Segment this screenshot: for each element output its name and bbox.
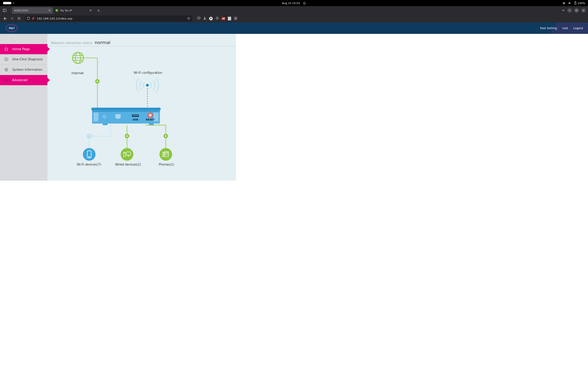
url-bar[interactable]: 192.168.100.1/index.asp [25, 16, 192, 22]
svg-text:RESET: RESET [146, 118, 155, 121]
sidebar-toggle-icon[interactable] [2, 8, 8, 13]
bookmark-star-icon[interactable] [187, 17, 190, 21]
volume-icon[interactable] [568, 2, 571, 4]
phones-icon[interactable] [159, 148, 172, 161]
svg-point-11 [6, 80, 7, 81]
svg-point-29 [89, 156, 90, 157]
sidebar: Home Page One-Click Diagnosis System Inf… [0, 34, 47, 181]
sidebar-item-label: Advanced [12, 78, 27, 82]
wifi-devices-label[interactable]: Wi-Fi devices(7) [77, 163, 101, 166]
battery-text: 100% [578, 2, 585, 5]
reload-button[interactable] [16, 16, 22, 22]
svg-rect-2 [3, 9, 6, 12]
page-icon[interactable] [228, 17, 231, 20]
main-panel: Network connection status: normal [47, 34, 236, 181]
insecure-lock-icon[interactable] [32, 17, 35, 20]
pocket-icon[interactable] [197, 17, 200, 21]
connection-dot-icon [164, 134, 168, 138]
new-tab-button[interactable]: ＋ [96, 8, 102, 13]
ublock-icon[interactable]: uO [222, 17, 225, 20]
tab-overflow-chevron-icon[interactable] [562, 9, 565, 12]
page-right-gutter [236, 34, 588, 181]
sidebar-item-home[interactable]: Home Page [0, 44, 47, 54]
status-bar: Network connection status: normal [47, 40, 236, 47]
gear-icon [4, 78, 9, 82]
system-topbar: Aug 15 15:53 100% [0, 0, 588, 6]
brand-logo: my.t [5, 23, 21, 33]
url-text: 192.168.100.1/index.asp [37, 17, 185, 20]
link-user[interactable]: root [562, 26, 568, 30]
tab-hg8145v5[interactable]: HG8145V5 [12, 7, 53, 14]
diagnosis-icon [4, 57, 9, 62]
wired-devices-label[interactable]: Wired devices(2) [115, 163, 141, 166]
sidebar-item-label: One-Click Diagnosis [12, 58, 43, 61]
svg-text:USB: USB [132, 118, 138, 121]
wifi-devices-icon[interactable] [83, 148, 95, 161]
sidebar-item-sysinfo[interactable]: System Information [0, 65, 47, 75]
forward-button[interactable] [9, 16, 15, 22]
sidebar-item-label: System Information [12, 68, 43, 72]
minimize-button[interactable] [567, 8, 572, 13]
menu-hamburger-icon[interactable] [234, 17, 237, 21]
connection-dot-icon [125, 134, 129, 138]
svg-point-14 [146, 84, 149, 87]
svg-rect-35 [163, 152, 164, 157]
svg-rect-20 [117, 118, 120, 119]
maximize-button[interactable] [574, 8, 579, 13]
svg-text:my.t: my.t [9, 26, 15, 30]
close-icon[interactable] [89, 9, 92, 12]
back-button[interactable] [2, 16, 8, 22]
extensions-icon[interactable] [216, 17, 219, 21]
link-fast-setting[interactable]: Fast Setting [540, 26, 557, 30]
sidebar-item-advanced[interactable]: Advanced [0, 75, 47, 85]
svg-rect-15 [91, 108, 161, 110]
router-page: my.t Fast Setting root Logout Home Page [0, 22, 588, 367]
internet-label: Internet [71, 71, 84, 75]
downloads-icon[interactable] [203, 17, 206, 21]
wifi-status-icon[interactable] [562, 2, 566, 4]
svg-rect-22 [132, 115, 138, 116]
svg-point-31 [124, 153, 125, 154]
tab-my-no-ip[interactable]: My No-IP [53, 7, 94, 14]
link-logout[interactable]: Logout [573, 26, 583, 30]
tab-title: My No-IP [60, 9, 87, 12]
wifi-config-label[interactable]: Wi-Fi configuration [134, 71, 162, 75]
browser-tabstrip: HG8145V5 My No-IP ＋ [0, 6, 588, 15]
close-icon[interactable] [48, 9, 51, 12]
shield-icon[interactable] [27, 17, 30, 21]
account-p-icon[interactable]: P [209, 17, 213, 20]
svg-rect-3 [569, 10, 571, 11]
svg-rect-32 [126, 152, 130, 155]
phones-label[interactable]: Phones(1) [159, 163, 174, 166]
wifi-mini-icon [87, 134, 92, 139]
connection-dot-icon [95, 79, 100, 83]
close-window-button[interactable] [581, 8, 586, 13]
sidebar-item-label: Home Page [12, 47, 30, 51]
page-header: my.t Fast Setting root Logout [0, 22, 588, 34]
svg-rect-19 [115, 114, 121, 118]
tab-title: HG8145V5 [14, 9, 46, 12]
browser-toolbar: 192.168.100.1/index.asp P uO [0, 15, 588, 22]
status-label: Network connection status: [51, 41, 93, 45]
status-value: normal [95, 40, 111, 45]
svg-rect-34 [165, 152, 168, 154]
svg-rect-26 [103, 124, 108, 125]
battery-icon[interactable]: 100% [574, 1, 585, 5]
tab-favicon-icon [55, 9, 58, 12]
svg-rect-1 [575, 2, 576, 2]
sidebar-item-diagnosis[interactable]: One-Click Diagnosis [0, 54, 47, 65]
topology-diagram: USB RESET [47, 49, 236, 171]
bell-icon[interactable] [303, 1, 306, 5]
home-icon [4, 47, 9, 51]
wired-devices-icon[interactable] [121, 148, 133, 161]
svg-rect-17 [92, 111, 160, 112]
sysinfo-icon [4, 67, 9, 72]
clock-label: Aug 15 15:53 [282, 2, 300, 5]
svg-rect-4 [576, 9, 577, 11]
